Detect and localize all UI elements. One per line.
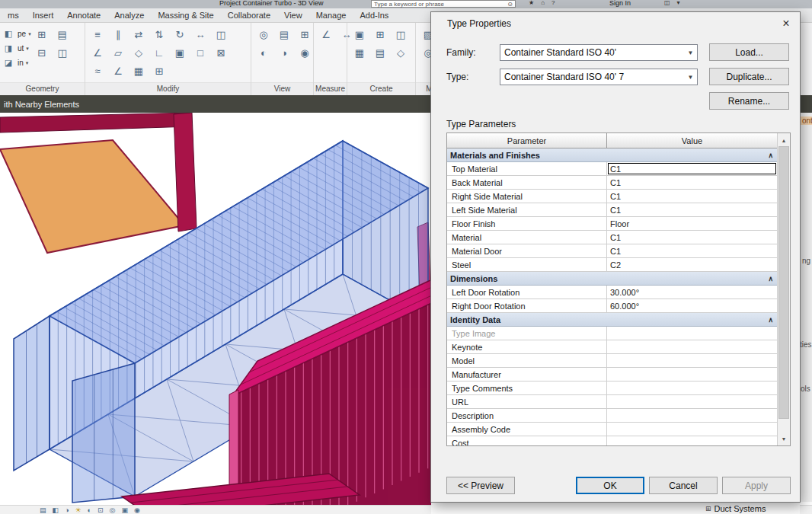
rotate-icon[interactable]: ↻ xyxy=(171,26,189,43)
beam-icon[interactable]: ▤ xyxy=(53,26,72,43)
parameter-group-header[interactable]: Materials and Finishes∧ xyxy=(447,148,777,162)
reveal-icon[interactable]: ◉ xyxy=(296,44,314,61)
tab-massing-site[interactable]: Massing & Site xyxy=(151,9,220,22)
star-icon[interactable]: ★ xyxy=(529,0,534,6)
scrollbar-thumb[interactable] xyxy=(778,146,789,419)
rename-button[interactable]: Rename... xyxy=(709,92,789,110)
container-door-left[interactable] xyxy=(14,316,50,471)
type-combobox[interactable]: Container Standard ISO 40' 7 ▼ xyxy=(500,69,698,85)
magenta-frame-post[interactable] xyxy=(174,113,197,231)
create-group-icon[interactable]: ◫ xyxy=(392,26,410,43)
panel-label[interactable]: Create xyxy=(347,82,415,95)
create-assembly-icon[interactable]: ⊞ xyxy=(371,26,389,43)
pin-icon[interactable]: ▣ xyxy=(171,44,189,61)
parameter-value-cell[interactable] xyxy=(607,340,777,353)
browser-item-duct-systems[interactable]: ⊞ Duct Systems xyxy=(705,504,766,513)
parameter-value-cell[interactable] xyxy=(607,368,777,381)
mirror-icon[interactable]: ⇄ xyxy=(129,26,148,43)
wall-joins-icon[interactable]: ⊞ xyxy=(33,26,51,43)
parameter-group-header[interactable]: Identity Data∧ xyxy=(447,313,777,327)
parameter-value-cell[interactable]: 60.000° xyxy=(607,299,777,312)
orange-panel-element[interactable] xyxy=(0,140,184,253)
temporary-hide-icon[interactable]: ▣ xyxy=(121,506,128,514)
match-type-icon[interactable]: ≈ xyxy=(88,62,107,79)
parameter-value-cell[interactable]: C1 xyxy=(607,176,777,189)
parameter-value-cell[interactable] xyxy=(607,436,777,445)
tab-manage[interactable]: Manage xyxy=(309,9,353,22)
tab-add-ins[interactable]: Add-Ins xyxy=(353,9,395,22)
tab-analyze[interactable]: Analyze xyxy=(107,9,151,22)
ok-button[interactable]: OK xyxy=(576,477,644,494)
parameter-value-cell[interactable]: C1 xyxy=(607,244,777,257)
menu-dropdown-icon[interactable]: ▾ xyxy=(677,0,680,6)
tab-view[interactable]: View xyxy=(277,9,309,22)
detail-level-icon[interactable]: ◧ xyxy=(53,506,59,514)
exchange-apps-icon[interactable]: ◫ xyxy=(664,0,670,6)
magenta-frame-beam[interactable] xyxy=(0,113,192,132)
measure-icon[interactable]: ∠ xyxy=(317,26,335,43)
flip-icon[interactable]: ⇅ xyxy=(150,26,168,43)
preview-button[interactable]: << Preview xyxy=(446,477,515,494)
insert-component-icon[interactable]: ▦ xyxy=(350,44,369,61)
crop-view-icon[interactable]: ⊡ xyxy=(98,506,104,514)
parameter-value-cell[interactable]: C1 xyxy=(607,231,777,244)
join-icon[interactable]: ⊞ xyxy=(150,62,168,79)
cut-geometry-dropdown[interactable]: ◨ut▾ xyxy=(2,43,31,54)
copy-icon[interactable]: ◫ xyxy=(212,26,230,43)
unjoin-icon[interactable]: ⊟ xyxy=(33,44,51,61)
profile-icon[interactable]: ◫ xyxy=(53,44,72,61)
sun-path-icon[interactable]: ☀ xyxy=(75,506,81,514)
parameter-value-cell[interactable] xyxy=(607,327,777,340)
thin-lines-icon[interactable]: ▤ xyxy=(275,26,293,43)
offset-icon[interactable]: ∥ xyxy=(109,26,127,43)
panel-label[interactable]: Geometry xyxy=(0,82,85,95)
collapse-chevron-icon[interactable]: ∧ xyxy=(768,272,773,286)
parameter-value-cell[interactable]: Floor xyxy=(607,217,777,230)
panel-label[interactable]: Measure xyxy=(314,82,347,95)
scroll-up-icon[interactable]: ▲ xyxy=(778,134,790,146)
panel-label[interactable]: Modify xyxy=(85,82,251,95)
tree-expand-icon[interactable]: ⊞ xyxy=(705,505,711,512)
parameter-value-cell[interactable]: 30.000° xyxy=(607,286,777,299)
cut-profile-icon[interactable]: ∠ xyxy=(109,62,127,79)
tab-annotate[interactable]: Annotate xyxy=(60,9,107,22)
parameter-value-cell[interactable] xyxy=(607,395,777,408)
parameter-value-cell[interactable] xyxy=(607,409,777,422)
reveal-hidden-icon[interactable]: ◉ xyxy=(134,506,140,514)
parameter-group-header[interactable]: Dimensions∧ xyxy=(447,272,777,286)
cope-dropdown[interactable]: ◧pe▾ xyxy=(2,28,31,40)
visibility-icon[interactable]: ◎ xyxy=(254,26,273,43)
collapse-chevron-icon[interactable]: ∧ xyxy=(768,148,773,162)
parameter-value-cell[interactable] xyxy=(607,423,777,436)
array-icon[interactable]: ▱ xyxy=(109,44,127,61)
parameter-value-cell[interactable]: C1 xyxy=(607,162,777,175)
scale-icon[interactable]: ◇ xyxy=(129,44,148,61)
tab-ms[interactable]: ms xyxy=(1,9,26,22)
duplicate-button[interactable]: Duplicate... xyxy=(709,68,789,85)
apply-button[interactable]: Apply xyxy=(722,477,791,494)
parameter-value-cell[interactable]: C1 xyxy=(607,190,777,203)
home-icon[interactable]: ⌂ xyxy=(541,0,545,6)
load-family-icon[interactable]: ▤ xyxy=(371,44,389,61)
container-door-right[interactable] xyxy=(72,363,135,503)
sign-in-button[interactable]: Sign In xyxy=(609,0,631,7)
close-icon[interactable]: × xyxy=(777,15,795,32)
search-box[interactable]: Type a keyword or phrase ⊙ xyxy=(371,0,516,8)
panel-label[interactable]: View xyxy=(251,82,313,95)
parameter-value-cell[interactable]: C2 xyxy=(607,258,777,271)
new-window-icon[interactable]: ⊞ xyxy=(296,26,314,43)
trim-icon[interactable]: ∠ xyxy=(88,44,107,61)
join-geometry-dropdown[interactable]: ◪in▾ xyxy=(2,57,31,69)
unpin-icon[interactable]: □ xyxy=(191,44,209,61)
split-icon[interactable]: ∟ xyxy=(150,44,168,61)
delete-icon[interactable]: ⊠ xyxy=(212,44,230,61)
collapse-chevron-icon[interactable]: ∧ xyxy=(768,313,773,327)
cancel-button[interactable]: Cancel xyxy=(649,477,718,494)
family-combobox[interactable]: Container Standard ISO 40' ▼ xyxy=(500,44,698,61)
tab-insert[interactable]: Insert xyxy=(26,9,61,22)
scale-icon[interactable]: ▤ xyxy=(40,506,46,514)
table-scrollbar[interactable]: ▲ ▼ xyxy=(777,133,790,445)
create-parts-icon[interactable]: ▣ xyxy=(350,26,369,43)
load-button[interactable]: Load... xyxy=(709,43,789,61)
visual-style-icon[interactable]: ◑ xyxy=(65,506,69,514)
